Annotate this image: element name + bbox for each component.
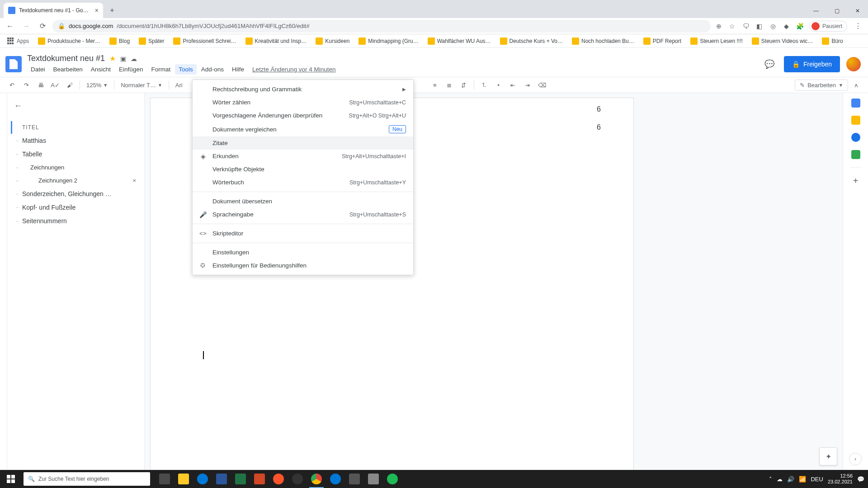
document-title[interactable]: Textdokument neu #1: [27, 54, 105, 63]
outline-item[interactable]: Sonderzeichen, Gleichungen …: [11, 187, 141, 201]
outline-title[interactable]: TITEL: [11, 121, 141, 134]
edge-legacy-icon[interactable]: [193, 470, 212, 488]
bookmark-item[interactable]: Wahlfächer WU Aus…: [424, 36, 495, 47]
reload-button[interactable]: ⟳: [36, 20, 49, 33]
forward-button[interactable]: →: [20, 20, 33, 33]
tasks-icon[interactable]: [851, 133, 860, 142]
side-panel-toggle[interactable]: ›: [849, 453, 862, 465]
new-tab-button[interactable]: +: [106, 4, 118, 17]
comments-button[interactable]: 💬: [761, 56, 778, 72]
close-window-button[interactable]: ✕: [847, 4, 868, 18]
bookmark-item[interactable]: Steuern Videos wic…: [748, 36, 817, 47]
tools-menu-item[interactable]: WörterbuchStrg+Umschalttaste+Y: [193, 176, 413, 189]
outline-item[interactable]: Tabelle: [11, 147, 141, 161]
spellcheck-button[interactable]: A✓: [49, 79, 61, 91]
word-icon[interactable]: [212, 470, 231, 488]
extension-icon-3[interactable]: ◆: [782, 22, 791, 31]
menu-einfuegen[interactable]: Einfügen: [115, 64, 146, 75]
tools-menu-item[interactable]: Wörter zählenStrg+Umschalttaste+C: [193, 96, 413, 109]
menu-format[interactable]: Format: [147, 64, 174, 75]
bookmark-item[interactable]: Deutsche Kurs + Vo…: [496, 36, 566, 47]
star-icon[interactable]: ☆: [728, 22, 737, 31]
outline-item[interactable]: Matthias: [11, 134, 141, 147]
bookmark-item[interactable]: Professionell Schrei…: [170, 36, 240, 47]
outline-close-button[interactable]: ←: [11, 99, 25, 113]
zoom-select[interactable]: 125%▼: [84, 79, 110, 91]
bookmark-item[interactable]: PDF Report: [640, 36, 685, 47]
profile-status[interactable]: Pausiert: [809, 21, 847, 32]
extension-icon-2[interactable]: ◎: [769, 22, 778, 31]
keep-icon[interactable]: [851, 116, 860, 125]
vertical-ruler[interactable]: [0, 93, 7, 470]
extension-icon-1[interactable]: ◧: [755, 22, 764, 31]
outline-item[interactable]: Kopf- und Fußzeile: [11, 201, 141, 214]
bookmark-apps[interactable]: Apps: [4, 36, 33, 47]
editing-mode-select[interactable]: ✎ Bearbeiten ▼: [795, 80, 848, 91]
last-change-link[interactable]: Letzte Änderung vor 4 Minuten: [249, 64, 340, 75]
outline-item[interactable]: Zeichnungen: [11, 161, 141, 174]
edge-icon[interactable]: [326, 470, 344, 488]
chrome-icon[interactable]: [307, 470, 326, 488]
obs-icon[interactable]: [288, 470, 307, 488]
app-icon[interactable]: [345, 470, 363, 488]
bookmark-item[interactable]: Kreativität und Insp…: [242, 36, 311, 47]
app-icon[interactable]: [364, 470, 382, 488]
print-button[interactable]: 🖶: [34, 79, 47, 91]
tab-close-icon[interactable]: ×: [95, 7, 99, 14]
wifi-icon[interactable]: 📶: [799, 476, 806, 483]
tools-menu-item[interactable]: Dokument übersetzen: [193, 195, 413, 208]
tools-menu-item[interactable]: 🎤SpracheingabeStrg+Umschalttaste+S: [193, 208, 413, 221]
menu-addons[interactable]: Add-ons: [198, 64, 227, 75]
taskbar-search[interactable]: 🔍 Zur Suche Text hier eingeben: [24, 472, 150, 486]
tools-menu-item[interactable]: Rechtschreibung und Grammatik▶: [193, 83, 413, 96]
tools-menu-item[interactable]: Einstellungen: [193, 246, 413, 259]
tools-menu-item[interactable]: ◈ErkundenStrg+Alt+Umschalttaste+I: [193, 150, 413, 163]
increase-indent-button[interactable]: ⇥: [521, 79, 534, 91]
powerpoint-icon[interactable]: [250, 470, 269, 488]
paint-format-button[interactable]: 🖌: [63, 79, 76, 91]
minimize-button[interactable]: —: [806, 4, 826, 18]
menu-tools[interactable]: Tools: [175, 64, 197, 75]
extensions-puzzle-icon[interactable]: 🧩: [796, 22, 805, 31]
redo-button[interactable]: ↷: [20, 79, 33, 91]
undo-button[interactable]: ↶: [5, 79, 18, 91]
tools-menu-item[interactable]: Dokumente vergleichenNeu: [193, 122, 413, 136]
browser-tab[interactable]: Textdokument neu #1 - Google ×: [4, 3, 103, 18]
brave-icon[interactable]: [269, 470, 288, 488]
start-button[interactable]: [0, 470, 22, 488]
tools-menu-item[interactable]: <>Skripteditor: [193, 227, 413, 240]
account-avatar[interactable]: [846, 57, 861, 71]
outline-item[interactable]: Zeichnungen 2×: [11, 174, 141, 187]
translate-icon[interactable]: 🗨: [741, 22, 750, 31]
spotify-icon[interactable]: [383, 470, 401, 488]
notifications-icon[interactable]: 💬: [857, 476, 864, 483]
tray-chevron-icon[interactable]: ˄: [769, 476, 772, 483]
style-select[interactable]: Normaler T…▼: [118, 79, 165, 91]
onedrive-icon[interactable]: ☁: [777, 476, 783, 483]
tools-menu-item[interactable]: ⯐Einstellungen für Bedienungshilfen: [193, 259, 413, 272]
contacts-icon[interactable]: [851, 150, 860, 159]
menu-ansicht[interactable]: Ansicht: [87, 64, 114, 75]
address-bar[interactable]: 🔒 docs.google.com/document/d/1hUH8k6h7Lb…: [52, 20, 711, 33]
explore-button[interactable]: ✦: [819, 447, 837, 465]
bookmark-item[interactable]: Produktsuche - Mer…: [34, 36, 104, 47]
numbered-list-button[interactable]: ⒈: [478, 79, 491, 91]
bookmark-item[interactable]: Noch hochladen Bu…: [568, 36, 638, 47]
align-center-button[interactable]: ≣: [443, 79, 456, 91]
tools-menu-item[interactable]: Verknüpfte Objekte: [193, 163, 413, 176]
menu-bearbeiten[interactable]: Bearbeiten: [50, 64, 86, 75]
excel-icon[interactable]: [231, 470, 250, 488]
add-addon-button[interactable]: +: [853, 176, 859, 186]
clock[interactable]: 12:56 23.02.2021: [828, 473, 853, 484]
task-view-icon[interactable]: [156, 470, 174, 488]
file-explorer-icon[interactable]: [175, 470, 193, 488]
bookmark-item[interactable]: Später: [135, 36, 168, 47]
align-left-button[interactable]: ≡: [429, 79, 441, 91]
bookmark-item[interactable]: Mindmapping (Gru…: [355, 36, 422, 47]
share-button[interactable]: 🔒 Freigeben: [784, 56, 840, 72]
menu-datei[interactable]: Datei: [27, 64, 49, 75]
tools-menu-item[interactable]: Zitate: [193, 136, 413, 150]
maximize-button[interactable]: ▢: [826, 4, 847, 18]
bulleted-list-button[interactable]: •: [492, 79, 505, 91]
bookmark-item[interactable]: Steuern Lesen !!!!: [687, 36, 746, 47]
